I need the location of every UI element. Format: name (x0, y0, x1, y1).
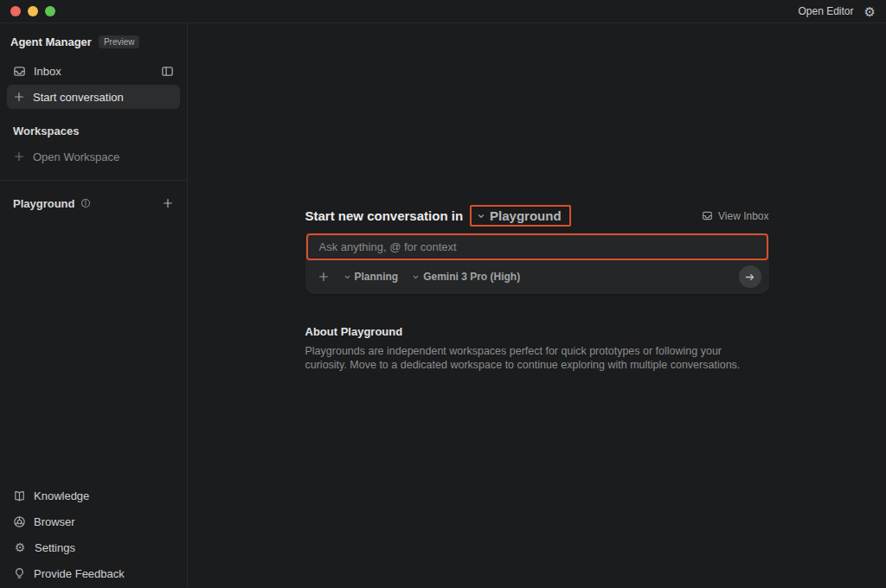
main-content: Start new conversation in Playground Vie… (188, 23, 886, 587)
mode-dropdown[interactable]: Planning (343, 271, 399, 283)
message-input-area[interactable] (306, 233, 768, 260)
model-dropdown[interactable]: Gemini 3 Pro (High) (412, 271, 520, 283)
chevron-down-icon (343, 273, 351, 281)
workspace-selector-value: Playground (490, 208, 562, 223)
sidebar-item-knowledge[interactable]: Knowledge (7, 483, 180, 508)
browser-globe-icon (13, 515, 26, 528)
view-inbox-label: View Inbox (718, 210, 768, 222)
minimize-window-button[interactable] (28, 6, 38, 16)
gear-icon[interactable]: ⚙ (864, 5, 876, 18)
workspace-selector-dropdown[interactable]: Playground (470, 205, 571, 227)
plus-icon (13, 150, 25, 163)
inbox-icon (13, 65, 26, 78)
zoom-window-button[interactable] (45, 6, 55, 16)
sidebar-item-label: Start conversation (33, 91, 124, 104)
inbox-icon (702, 210, 713, 221)
plus-icon (13, 91, 25, 103)
preview-badge: Preview (99, 35, 140, 48)
sidebar-item-inbox[interactable]: Inbox (7, 59, 180, 83)
message-composer: Planning Gemini 3 Pro (High) (305, 233, 769, 294)
sidebar-item-provide-feedback[interactable]: Provide Feedback (7, 561, 180, 585)
add-playground-button[interactable] (162, 197, 174, 209)
sidebar-divider (0, 180, 187, 181)
sidebar-item-settings[interactable]: ⚙ Settings (7, 535, 180, 559)
add-context-button[interactable] (318, 271, 330, 283)
composer-toolbar: Planning Gemini 3 Pro (High) (306, 260, 768, 293)
app-title: Agent Manager (10, 35, 92, 48)
toggle-panel-icon[interactable] (161, 65, 174, 78)
chevron-down-icon (412, 273, 420, 281)
lightbulb-icon (13, 567, 26, 580)
titlebar: Open Editor ⚙ (0, 0, 886, 23)
sidebar-item-browser[interactable]: Browser (7, 509, 180, 534)
playground-section-title: Playground (13, 197, 75, 210)
chevron-down-icon (477, 212, 485, 220)
sidebar-item-label: Provide Feedback (34, 567, 125, 580)
book-icon (13, 489, 26, 502)
info-icon (80, 198, 91, 208)
window-controls (10, 6, 55, 16)
arrow-right-icon (744, 272, 755, 283)
model-dropdown-value: Gemini 3 Pro (High) (423, 271, 520, 283)
about-title: About Playground (305, 325, 769, 338)
message-input[interactable] (318, 240, 757, 254)
about-section: About Playground Playgrounds are indepen… (305, 325, 769, 372)
sidebar-item-start-conversation[interactable]: Start conversation (7, 85, 180, 109)
sidebar-item-label: Settings (35, 541, 75, 554)
view-inbox-button[interactable]: View Inbox (702, 210, 768, 222)
gear-icon: ⚙ (13, 541, 27, 553)
sidebar: Agent Manager Preview Inbox Start conver… (0, 23, 188, 587)
about-body: Playgrounds are independent workspaces p… (305, 344, 764, 372)
sidebar-item-open-workspace[interactable]: Open Workspace (7, 144, 180, 169)
sidebar-item-label: Inbox (34, 65, 61, 78)
playground-section-header: Playground (7, 191, 180, 215)
sidebar-item-label: Browser (34, 515, 75, 528)
send-button[interactable] (739, 265, 761, 288)
sidebar-item-label: Open Workspace (33, 150, 119, 163)
close-window-button[interactable] (10, 6, 21, 16)
workspaces-section-header: Workspaces (7, 125, 180, 137)
open-editor-button[interactable]: Open Editor (799, 5, 854, 17)
mode-dropdown-value: Planning (355, 271, 399, 283)
sidebar-footer: Knowledge Browser ⚙ Settings Provide Fee… (7, 483, 180, 585)
sidebar-item-label: Knowledge (34, 489, 89, 502)
page-title: Start new conversation in (305, 208, 464, 223)
